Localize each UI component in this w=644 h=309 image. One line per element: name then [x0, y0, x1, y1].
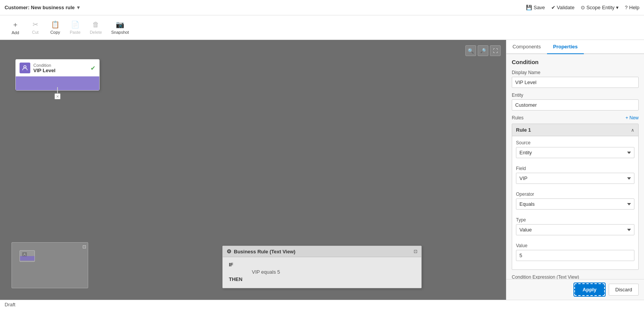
- rules-label: Rules: [512, 115, 524, 121]
- condition-check-icon: ✔: [90, 64, 95, 72]
- validate-label: Validate: [557, 5, 575, 10]
- add-button[interactable]: ＋ Add: [6, 18, 25, 36]
- snapshot-button[interactable]: 📷 Snapshot: [107, 19, 133, 36]
- rule1-collapse-button[interactable]: ∧: [631, 127, 634, 133]
- topbar-actions: 💾 Save ✔ Validate ⊙ Scope Entity ▾ ? Hel…: [526, 5, 639, 10]
- condition-type-label: Condition: [33, 63, 56, 68]
- connector-line: [57, 87, 58, 93]
- rule1-title: Rule 1: [516, 127, 531, 133]
- snapshot-label: Snapshot: [111, 30, 129, 35]
- type-group: Type Value: [516, 217, 634, 235]
- minimap: ⊡: [12, 242, 88, 288]
- cond-expr-label: Condition Expression (Text View): [512, 274, 639, 279]
- display-name-group: Display Name: [512, 70, 639, 88]
- panel-tabs: Components Properties: [506, 40, 644, 54]
- br-text-view-title: ⚙ Business Rule (Text View): [227, 248, 296, 254]
- type-select[interactable]: Value: [516, 224, 634, 235]
- zoom-out-button[interactable]: 🔎: [478, 45, 488, 56]
- help-label: Help: [629, 5, 639, 10]
- operator-select[interactable]: Equals: [516, 198, 634, 210]
- svg-point-0: [24, 66, 26, 68]
- minimap-card-inner: [20, 256, 34, 261]
- value-group: Value: [516, 243, 634, 261]
- delete-button[interactable]: 🗑 Delete: [86, 19, 106, 36]
- tab-properties[interactable]: Properties: [547, 40, 584, 54]
- scope-button[interactable]: ⊙ Scope Entity ▾: [581, 5, 619, 10]
- tab-components-label: Components: [513, 44, 541, 50]
- br-text-view-header: ⚙ Business Rule (Text View) ⊡: [223, 246, 421, 257]
- discard-button[interactable]: Discard: [609, 284, 639, 296]
- minimap-expand-button[interactable]: ⊡: [82, 244, 86, 250]
- copy-label: Copy: [50, 30, 60, 35]
- field-group: Field VIP: [516, 166, 634, 184]
- minimap-card: [20, 250, 35, 262]
- help-icon: ?: [625, 5, 628, 10]
- condition-card[interactable]: Condition VIP Level ✔ ✕: [15, 59, 100, 91]
- canvas-controls: 🔍 🔎 ⛶: [465, 45, 501, 56]
- panel-content: Condition Display Name Entity Rules + Ne…: [506, 54, 644, 279]
- condition-card-connector: ✕: [54, 87, 61, 99]
- save-icon: 💾: [526, 5, 532, 10]
- br-text-view-body: IF VIP equals 5 THEN: [223, 257, 421, 288]
- value-label: Value: [516, 243, 634, 248]
- fit-screen-button[interactable]: ⛶: [490, 45, 501, 56]
- validate-icon: ✔: [551, 5, 555, 10]
- tab-components[interactable]: Components: [506, 40, 547, 54]
- paste-button[interactable]: 📄 Paste: [66, 19, 84, 36]
- condition-card-header: Condition VIP Level ✔: [16, 59, 99, 76]
- validate-button[interactable]: ✔ Validate: [551, 5, 575, 10]
- source-label: Source: [516, 140, 634, 145]
- help-button[interactable]: ? Help: [625, 5, 639, 10]
- br-vip-line: VIP equals 5: [229, 269, 415, 275]
- operator-label: Operator: [516, 192, 634, 197]
- condition-card-icon: [20, 63, 30, 73]
- tab-properties-label: Properties: [553, 44, 578, 50]
- rule1-box: Rule 1 ∧ Source Entity Field: [512, 124, 639, 270]
- condition-card-text: Condition VIP Level: [33, 63, 56, 73]
- toolbar: ＋ Add ✂ Cut 📋 Copy 📄 Paste 🗑 Delete 📷 Sn…: [0, 15, 644, 40]
- add-label: Add: [12, 30, 19, 35]
- status-text: Draft: [5, 302, 15, 307]
- display-name-input[interactable]: [512, 77, 639, 88]
- right-panel: Components Properties Condition Display …: [506, 40, 644, 300]
- add-icon: ＋: [12, 20, 19, 29]
- cond-expr-section: Condition Expression (Text View): [512, 274, 639, 279]
- copy-button[interactable]: 📋 Copy: [46, 19, 64, 36]
- field-select[interactable]: VIP: [516, 173, 634, 184]
- connector-close-button[interactable]: ✕: [54, 93, 61, 99]
- br-text-view-expand-button[interactable]: ⊡: [414, 249, 417, 254]
- main-area: 🔍 🔎 ⛶ Conditio: [0, 40, 644, 300]
- canvas[interactable]: 🔍 🔎 ⛶ Conditio: [0, 40, 506, 300]
- panel-footer: Apply Discard: [506, 279, 644, 300]
- delete-icon: 🗑: [92, 21, 99, 29]
- scope-chevron: ▾: [616, 5, 619, 10]
- cut-icon: ✂: [33, 20, 38, 29]
- copy-icon: 📋: [51, 20, 59, 29]
- zoom-in-button[interactable]: 🔍: [465, 45, 476, 56]
- operator-group: Operator Equals: [516, 192, 634, 210]
- title-chevron[interactable]: ▾: [77, 5, 80, 10]
- source-group: Source Entity: [516, 140, 634, 158]
- source-select[interactable]: Entity: [516, 147, 634, 158]
- save-button[interactable]: 💾 Save: [526, 5, 545, 10]
- condition-name-label: VIP Level: [33, 68, 56, 73]
- statusbar: Draft: [0, 300, 644, 309]
- minimap-icon-svg: [23, 253, 26, 256]
- cut-button[interactable]: ✂ Cut: [26, 19, 44, 36]
- rules-header: Rules + New: [512, 115, 639, 121]
- new-rule-link[interactable]: + New: [626, 115, 639, 121]
- apply-button[interactable]: Apply: [574, 283, 605, 296]
- br-text-view: ⚙ Business Rule (Text View) ⊡ IF VIP equ…: [222, 246, 422, 288]
- scope-label: Scope: [586, 5, 601, 10]
- entity-group: Entity: [512, 93, 639, 111]
- br-then-label: THEN: [229, 276, 242, 282]
- display-name-label: Display Name: [512, 70, 639, 75]
- entity-input[interactable]: [512, 99, 639, 111]
- apply-label: Apply: [583, 287, 596, 292]
- value-input[interactable]: [516, 250, 634, 261]
- paste-label: Paste: [70, 30, 80, 35]
- topbar-title: Customer: New business rule ▾: [5, 5, 80, 10]
- br-if-label: IF: [229, 262, 233, 268]
- scope-entity-label: Entity: [602, 5, 615, 10]
- br-icon: ⚙: [227, 248, 232, 254]
